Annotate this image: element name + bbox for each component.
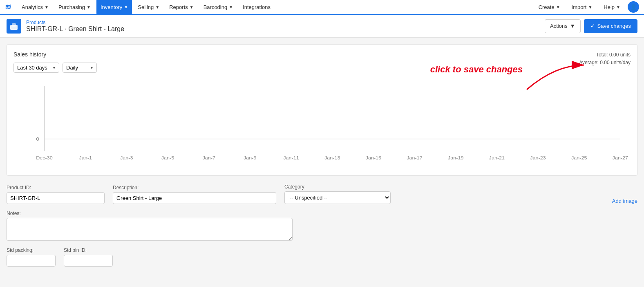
nav-item-analytics[interactable]: Analytics ▼ (18, 0, 53, 14)
main-content: Sales history Last 30 days Last 7 days L… (0, 38, 644, 287)
svg-text:Jan-25: Jan-25 (571, 156, 587, 160)
description-group: Description: (113, 185, 276, 204)
svg-text:Jan-19: Jan-19 (448, 156, 463, 160)
save-changes-button[interactable]: ✓ Save changes (584, 19, 637, 33)
chevron-down-icon: ▼ (229, 5, 233, 9)
notes-group: Notes: (7, 211, 293, 241)
chart-title: Sales history (13, 51, 631, 58)
chevron-down-icon: ▼ (190, 5, 194, 9)
svg-text:Dec-30: Dec-30 (36, 156, 53, 160)
svg-text:Jan-13: Jan-13 (324, 156, 340, 160)
svg-text:Jan-11: Jan-11 (283, 156, 299, 160)
actions-button[interactable]: Actions ▼ (545, 19, 581, 33)
app-logo[interactable]: ≋ (5, 2, 11, 11)
nav-help[interactable]: Help ▼ (599, 0, 624, 14)
svg-text:Jan-15: Jan-15 (366, 156, 381, 160)
svg-text:Jan-7: Jan-7 (202, 156, 215, 160)
nav-item-selling[interactable]: Selling ▼ (134, 0, 163, 14)
chevron-down-icon: ▼ (616, 5, 620, 9)
check-icon: ✓ (590, 23, 595, 29)
product-id-group: Product ID: (7, 185, 105, 204)
chevron-down-icon: ▼ (45, 5, 49, 9)
form-section: Product ID: Description: Category: -- Un… (7, 184, 637, 267)
page-title: SHIRT-GR-L · Green Shirt - Large (26, 25, 124, 33)
svg-text:Jan-1: Jan-1 (79, 156, 92, 160)
top-navigation: ≋ Analytics ▼ Purchasing ▼ Inventory ▼ S… (0, 0, 644, 15)
chart-stats: Total: 0.00 units Average: 0.00 units/da… (579, 51, 631, 67)
std-bin-group: Std bin ID: (64, 247, 113, 267)
product-id-label: Product ID: (7, 185, 105, 191)
nav-right-group: Create ▼ Import ▼ Help ▼ 👤 (534, 0, 639, 14)
user-avatar[interactable]: 👤 (628, 1, 639, 13)
nav-item-purchasing[interactable]: Purchasing ▼ (54, 0, 95, 14)
svg-text:0: 0 (36, 137, 39, 141)
subheader-right: Actions ▼ ✓ Save changes (545, 19, 637, 33)
granularity-select[interactable]: Daily Weekly Monthly (63, 63, 97, 73)
product-id-input[interactable] (7, 192, 105, 204)
nav-create[interactable]: Create ▼ (534, 0, 564, 14)
form-row-2: Notes: (7, 211, 637, 241)
breadcrumb[interactable]: Products (26, 20, 124, 25)
chart-card: Sales history Last 30 days Last 7 days L… (7, 44, 637, 176)
svg-rect-1 (12, 23, 16, 27)
nav-item-integrations[interactable]: Integrations (239, 0, 275, 14)
notes-label: Notes: (7, 211, 293, 216)
svg-text:Jan-23: Jan-23 (530, 156, 546, 160)
form-row-3: Std packing: Std bin ID: (7, 247, 637, 267)
notes-textarea[interactable] (7, 218, 293, 241)
nav-item-barcoding[interactable]: Barcoding ▼ (199, 0, 237, 14)
chart-area: 0 Dec-30 Jan-1 Jan-3 Jan-5 Jan-7 Jan-9 J… (13, 78, 631, 169)
chevron-down-icon: ▼ (570, 23, 575, 29)
chart-average: Average: 0.00 units/day (579, 59, 631, 67)
svg-text:Jan-5: Jan-5 (161, 156, 174, 160)
svg-text:Jan-9: Jan-9 (244, 156, 256, 160)
category-group: Category: -- Unspecified -- (284, 184, 391, 204)
description-label: Description: (113, 185, 276, 191)
chevron-down-icon: ▼ (124, 5, 128, 9)
chevron-down-icon: ▼ (556, 5, 560, 9)
nav-item-reports[interactable]: Reports ▼ (165, 0, 197, 14)
description-input[interactable] (113, 192, 276, 204)
period-select[interactable]: Last 30 days Last 7 days Last 90 days (13, 63, 59, 73)
add-image-link[interactable]: Add image (612, 198, 637, 204)
period-select-wrapper: Last 30 days Last 7 days Last 90 days (13, 63, 59, 73)
category-select[interactable]: -- Unspecified -- (284, 191, 391, 204)
granularity-select-wrapper: Daily Weekly Monthly (63, 63, 97, 73)
svg-text:Jan-27: Jan-27 (613, 156, 628, 160)
std-bin-input[interactable] (64, 255, 113, 267)
std-packing-input[interactable] (7, 255, 56, 267)
chart-total: Total: 0.00 units (579, 51, 631, 59)
breadcrumb-area: Products SHIRT-GR-L · Green Shirt - Larg… (26, 20, 124, 33)
std-packing-group: Std packing: (7, 247, 56, 267)
svg-text:Jan-3: Jan-3 (120, 156, 133, 160)
svg-text:Jan-21: Jan-21 (489, 156, 505, 160)
std-packing-label: Std packing: (7, 247, 56, 253)
chevron-down-icon: ▼ (155, 5, 159, 9)
chevron-down-icon: ▼ (588, 5, 592, 9)
std-bin-label: Std bin ID: (64, 247, 113, 253)
chevron-down-icon: ▼ (87, 5, 91, 9)
nav-item-inventory[interactable]: Inventory ▼ (96, 0, 132, 14)
sub-header: Products SHIRT-GR-L · Green Shirt - Larg… (0, 15, 644, 38)
form-row-1: Product ID: Description: Category: -- Un… (7, 184, 637, 204)
category-label: Category: (284, 184, 391, 190)
product-icon (7, 19, 21, 34)
nav-import[interactable]: Import ▼ (568, 0, 597, 14)
svg-text:Jan-17: Jan-17 (407, 156, 422, 160)
chart-controls: Last 30 days Last 7 days Last 90 days Da… (13, 63, 631, 73)
